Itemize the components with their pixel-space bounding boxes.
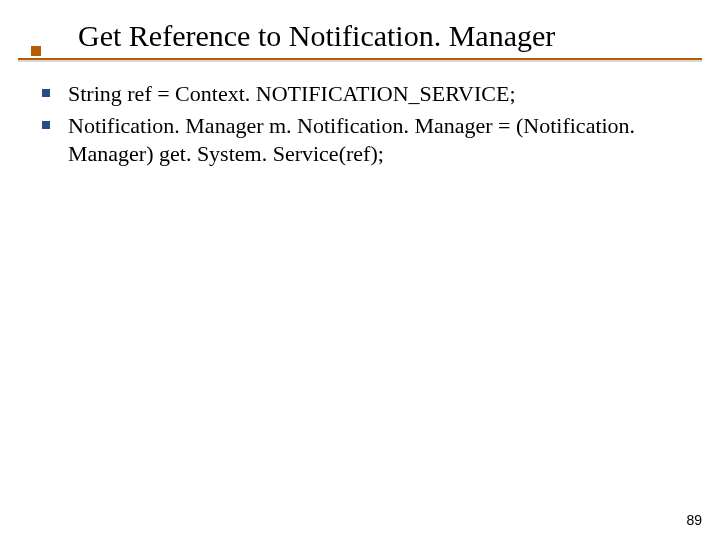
page-number: 89 (686, 512, 702, 528)
title-wrap: Get Reference to Notification. Manager (78, 18, 700, 54)
body: String ref = Context. NOTIFICATION_SERVI… (42, 78, 680, 172)
slide: Get Reference to Notification. Manager S… (0, 0, 720, 540)
square-bullet-icon (42, 89, 50, 97)
square-bullet-icon (42, 121, 50, 129)
list-item: Notification. Manager m. Notification. M… (42, 112, 680, 168)
slide-title: Get Reference to Notification. Manager (78, 18, 700, 54)
bullet-text: String ref = Context. NOTIFICATION_SERVI… (68, 80, 516, 108)
title-underline (18, 58, 702, 60)
bullet-text: Notification. Manager m. Notification. M… (68, 112, 680, 168)
list-item: String ref = Context. NOTIFICATION_SERVI… (42, 80, 680, 108)
title-accent-square (31, 46, 41, 56)
